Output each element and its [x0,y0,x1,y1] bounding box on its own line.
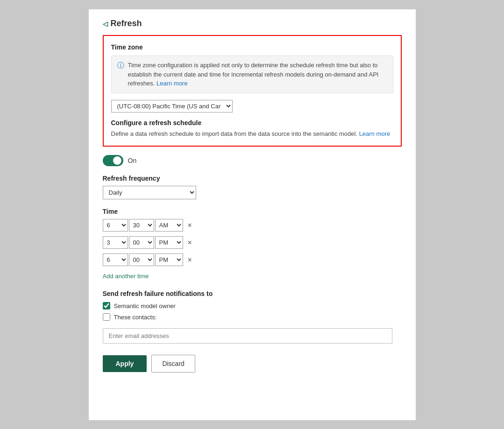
page-title: ◁ Refresh [103,19,402,28]
semantic-model-owner-checkbox[interactable] [103,302,110,309]
configure-schedule-desc: Define a data refresh schedule to import… [111,129,393,139]
timezone-config-box: Time zone ⓘ Time zone configuration is a… [103,35,402,147]
notifications-section-label: Send refresh failure notifications to [103,290,402,297]
configure-schedule-title: Configure a refresh schedule [111,119,393,127]
refresh-icon: ◁ [103,20,108,28]
time3-minute-select[interactable]: 00 153045 [129,253,154,266]
time1-remove-button[interactable]: × [186,222,194,229]
time2-ampm-select[interactable]: PM AM [155,236,183,249]
timezone-info-text: Time zone configuration is applied not o… [128,61,387,88]
timezone-info-box: ⓘ Time zone configuration is applied not… [111,56,393,93]
toggle-slider [103,155,123,166]
semantic-model-owner-label: Semantic model owner [114,302,176,309]
time1-minute-select[interactable]: 30 001545 [129,219,154,232]
button-row: Apply Discard [103,355,402,373]
time-section-label: Time [103,208,402,215]
time-row-2: 3 1245 6789 101112 00 153045 PM AM × [103,236,402,249]
time2-remove-button[interactable]: × [186,239,194,246]
checkbox-row-contacts: These contacts: [103,313,402,321]
timezone-learn-more-link[interactable]: Learn more [156,80,187,87]
these-contacts-checkbox[interactable] [103,313,110,321]
time-row-3: 6 1234 5789 101112 00 153045 PM AM × [103,253,402,266]
time2-minute-select[interactable]: 00 153045 [129,236,154,249]
time3-hour-select[interactable]: 6 1234 5789 101112 [103,253,128,266]
checkbox-row-owner: Semantic model owner [103,302,402,309]
refresh-frequency-label: Refresh frequency [103,175,402,182]
discard-button[interactable]: Discard [151,355,195,373]
schedule-learn-more-link[interactable]: Learn more [359,130,390,137]
time1-ampm-select[interactable]: AM PM [155,219,183,232]
these-contacts-label: These contacts: [114,314,157,321]
time2-hour-select[interactable]: 3 1245 6789 101112 [103,236,128,249]
on-off-toggle[interactable] [103,155,123,166]
refresh-panel: ◁ Refresh Time zone ⓘ Time zone configur… [89,9,416,420]
email-input[interactable] [103,328,392,344]
timezone-section-title: Time zone [111,43,393,51]
refresh-frequency-select[interactable]: Daily Weekly Monthly [103,186,196,199]
time1-hour-select[interactable]: 6 1234 5789 101112 [103,219,128,232]
time-row-1: 6 1234 5789 101112 30 001545 AM PM × [103,219,402,232]
time3-ampm-select[interactable]: PM AM [155,253,183,266]
apply-button[interactable]: Apply [103,355,147,372]
toggle-label: On [128,157,137,164]
time3-remove-button[interactable]: × [186,256,194,264]
toggle-row: On [103,155,402,166]
add-another-time-link[interactable]: Add another time [103,273,149,280]
info-icon: ⓘ [117,61,124,70]
timezone-select[interactable]: (UTC-08:00) Pacific Time (US and Can (UT… [111,100,233,113]
